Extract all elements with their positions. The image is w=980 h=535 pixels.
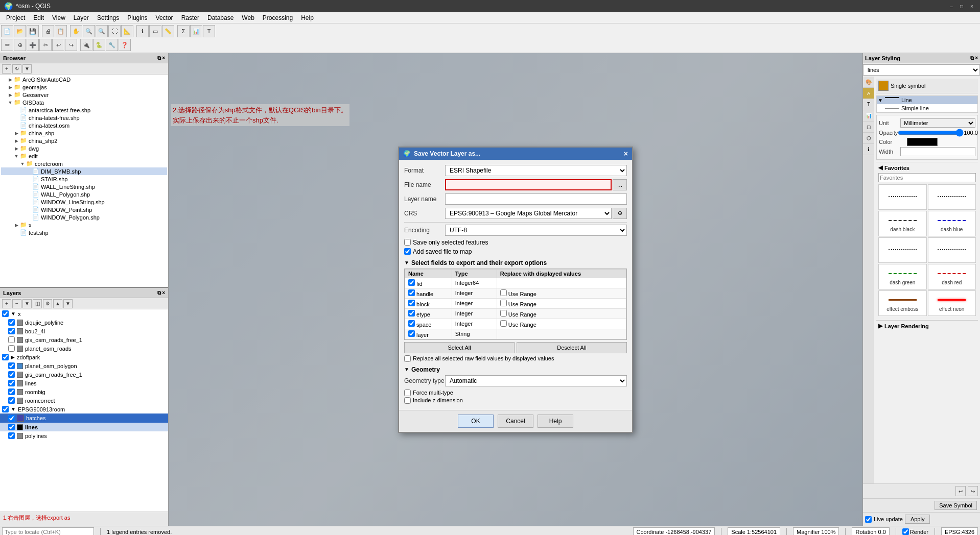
help-button[interactable]: Help <box>538 415 573 428</box>
toolbar-stats[interactable]: Σ <box>177 25 190 37</box>
layer-roomcorrect-checkbox[interactable] <box>8 397 15 404</box>
save-only-selected-cb[interactable] <box>404 239 411 246</box>
menu-layer[interactable]: Layer <box>69 13 93 22</box>
toolbar-select[interactable]: ▭ <box>149 25 161 37</box>
toolbar-node[interactable]: ⊕ <box>14 39 26 51</box>
deselect-all-btn[interactable]: Deselect All <box>517 342 627 353</box>
layers-float-btn[interactable]: ⧉ <box>157 290 161 296</box>
layer-gis-roads-checkbox[interactable] <box>8 336 15 343</box>
style-mask-icon[interactable]: ◻ <box>863 121 874 133</box>
layer-roomcorrect[interactable]: roomcorrect <box>0 396 168 405</box>
browser-item-antarctica[interactable]: 📄 antarctica-latest-free.shp <box>1 106 167 114</box>
layer-gis-osm-roads[interactable]: gis_osm_roads_free_1 <box>0 335 168 344</box>
style-color-icon[interactable]: A <box>863 88 874 99</box>
color-swatch[interactable] <box>907 138 938 146</box>
symbol-dots4[interactable] <box>928 237 976 263</box>
toolbar-add-feat[interactable]: ➕ <box>27 39 39 51</box>
symbol-dash-green[interactable]: dash green <box>878 264 927 289</box>
styling-float-btn[interactable]: ⧉ <box>970 55 974 61</box>
layer-bou2-checkbox[interactable] <box>8 328 15 334</box>
style-paintbrush-icon[interactable]: 🎨 <box>863 77 874 88</box>
width-input[interactable]: 0.26000 <box>900 147 975 156</box>
menu-view[interactable]: View <box>48 13 69 22</box>
layer-hatches-checkbox[interactable] <box>8 415 15 422</box>
ok-button[interactable]: OK <box>458 415 494 428</box>
browser-item-china-shp[interactable]: ▶ 📁 china_shp <box>1 129 167 137</box>
menu-raster[interactable]: Raster <box>177 13 203 22</box>
layer-group-zdoftpark[interactable]: ▶ zdoftpark <box>0 353 168 361</box>
toolbar-zoom-out[interactable]: 🔍 <box>96 25 108 37</box>
include-z-cb[interactable] <box>404 397 411 404</box>
dialog-close-btn[interactable]: × <box>624 150 628 158</box>
menu-project[interactable]: Project <box>2 13 29 22</box>
cancel-button[interactable]: Cancel <box>498 415 533 428</box>
render-checkbox[interactable] <box>902 528 909 535</box>
toolbar-plugin1[interactable]: 🔌 <box>80 39 92 51</box>
layer-group-epsg[interactable]: ▼ EPSG900913room <box>0 405 168 414</box>
toolbar-open[interactable]: 📂 <box>14 25 26 37</box>
symbol-dash-blue[interactable]: dash blue <box>928 211 976 236</box>
menu-database[interactable]: Database <box>203 13 238 22</box>
style-label-icon[interactable]: T <box>863 99 874 110</box>
layers-group-btn[interactable]: ◫ <box>33 299 42 308</box>
layers-remove-btn[interactable]: − <box>12 299 21 308</box>
maximize-btn[interactable]: □ <box>958 2 966 10</box>
toolbar-zoom-full[interactable]: ⛶ <box>108 25 121 37</box>
browser-item-geoserver[interactable]: ▶ 📁 Geoserver <box>1 91 167 99</box>
layer-polylines-checkbox[interactable] <box>8 432 15 439</box>
browser-item-china-shp2[interactable]: ▶ 📁 china_shp2 <box>1 137 167 144</box>
layer-polygon-checkbox[interactable] <box>8 362 15 369</box>
browser-item-test[interactable]: 📄 test.shp <box>1 229 167 236</box>
symbol-dots1[interactable] <box>878 184 927 210</box>
layers-down-btn[interactable]: ▼ <box>63 299 73 308</box>
toolbar-plugin4[interactable]: ❓ <box>119 39 131 51</box>
layer-rendering-header[interactable]: ▶ Layer Rendering <box>878 323 976 329</box>
toolbar-plugin3[interactable]: 🔧 <box>106 39 118 51</box>
browser-item-dim-symb[interactable]: 📄 DIM_SYMB.shp <box>1 167 167 175</box>
etype-cb[interactable] <box>408 310 415 317</box>
layer-roombig-checkbox[interactable] <box>8 388 15 395</box>
block-use-range[interactable] <box>500 300 507 306</box>
toolbar-redo[interactable]: ↪ <box>65 39 77 51</box>
toolbar-del[interactable]: ✂ <box>39 39 52 51</box>
toolbar-pan[interactable]: ✋ <box>70 25 82 37</box>
layername-input[interactable] <box>445 193 627 205</box>
layers-up-btn[interactable]: ▲ <box>53 299 62 308</box>
browser-item-geomajas[interactable]: ▶ 📁 geomajas <box>1 83 167 91</box>
toolbar-plugin2[interactable]: 🐍 <box>93 39 105 51</box>
layer-polylines[interactable]: polylines <box>0 431 168 440</box>
menu-plugins[interactable]: Plugins <box>123 13 151 22</box>
toolbar-save[interactable]: 💾 <box>27 25 39 37</box>
styling-close-btn[interactable]: × <box>975 55 978 61</box>
filename-input[interactable] <box>445 179 612 190</box>
browser-add-btn[interactable]: + <box>2 64 11 74</box>
layer-hatches[interactable]: hatches <box>0 414 168 423</box>
layer-lines-main[interactable]: lines <box>0 423 168 431</box>
toolbar-print[interactable]: 🖨 <box>42 25 54 37</box>
geom-type-combo[interactable]: Automatic <box>445 375 627 386</box>
browser-filter-btn[interactable]: ▼ <box>22 64 32 74</box>
toolbar-zoom-in[interactable]: 🔍 <box>83 25 95 37</box>
browser-item-dwg[interactable]: ▶ 📁 dwg <box>1 144 167 152</box>
browser-item-window-line[interactable]: 📄 WINDOW_LineString.shp <box>1 198 167 206</box>
toolbar-undo[interactable]: ↩ <box>52 39 64 51</box>
handle-use-range[interactable] <box>500 289 507 296</box>
replace-raw-cb[interactable] <box>404 355 411 362</box>
layers-props-btn[interactable]: ⚙ <box>43 299 52 308</box>
symbol-tree-line[interactable]: ▼ Line <box>877 96 977 104</box>
layer-epsg-checkbox[interactable] <box>2 406 9 412</box>
format-combo[interactable]: ESRI Shapefile <box>445 165 627 176</box>
menu-processing[interactable]: Processing <box>259 13 297 22</box>
layer-planet-checkbox[interactable] <box>8 345 15 352</box>
layer-diqujie[interactable]: diqujie_polyline <box>0 318 168 327</box>
style-3d-icon[interactable]: ⬡ <box>863 133 874 144</box>
browser-item-wall-poly[interactable]: 📄 WALL_Polygon.shp <box>1 190 167 198</box>
toolbar-zoom-layer[interactable]: 📐 <box>121 25 133 37</box>
menu-edit[interactable]: Edit <box>29 13 48 22</box>
symbol-tree-simple-line[interactable]: Simple line <box>877 104 977 112</box>
toolbar-measure[interactable]: 📏 <box>162 25 174 37</box>
close-btn[interactable]: × <box>968 2 976 10</box>
space-cb[interactable] <box>408 320 415 327</box>
map-canvas[interactable]: 2.选择路径保存为shp格式文件，默认在QGIS的bin目录下。实际上保存出来的… <box>169 53 862 526</box>
add-to-map-cb[interactable] <box>404 248 411 255</box>
